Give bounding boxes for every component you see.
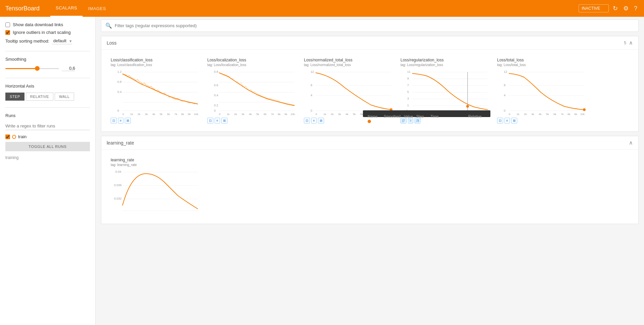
- ignore-outliers-checkbox[interactable]: [5, 30, 10, 35]
- svg-text:3: 3: [407, 97, 409, 100]
- expand-btn[interactable]: ⊡: [497, 118, 503, 123]
- data-btn[interactable]: ≡: [215, 118, 220, 123]
- nav-images[interactable]: IMAGES: [83, 0, 111, 17]
- tooltip-sorting-label: Tooltip sorting method:: [5, 39, 49, 44]
- svg-text:2k: 2k: [524, 113, 527, 116]
- runs-label: Runs: [5, 113, 90, 118]
- download-btn[interactable]: ⊞: [318, 118, 324, 123]
- expand-btn[interactable]: ⊡: [111, 118, 117, 123]
- data-btn[interactable]: ≡: [311, 118, 317, 123]
- chart-regularization-loss-title: Loss/regularization_loss: [400, 58, 486, 62]
- show-data-checkbox[interactable]: [5, 22, 10, 27]
- data-btn[interactable]: ≡: [504, 118, 510, 123]
- learning-rate-section-title: learning_rate: [107, 140, 134, 146]
- toggle-all-runs-button[interactable]: TOGGLE ALL RUNS: [5, 142, 90, 151]
- tooltip-value: 6.857: [404, 119, 416, 124]
- download-btn[interactable]: ⊞: [125, 118, 131, 123]
- download-btn[interactable]: ⊞: [511, 118, 517, 123]
- learning-rate-section-header: learning_rate ∧: [101, 136, 638, 150]
- svg-text:0.4: 0.4: [214, 94, 218, 97]
- svg-text:1k: 1k: [517, 113, 520, 116]
- svg-text:0: 0: [214, 109, 216, 112]
- svg-text:10k: 10k: [290, 113, 295, 116]
- svg-text:4k: 4k: [345, 113, 348, 116]
- svg-text:8k: 8k: [278, 113, 281, 116]
- show-data-label: Show data download links: [13, 22, 63, 27]
- svg-text:5k: 5k: [160, 113, 163, 116]
- svg-text:0: 0: [219, 113, 221, 116]
- svg-point-76: [466, 105, 469, 108]
- axis-relative-btn[interactable]: RELATIVE: [26, 93, 53, 101]
- help-button[interactable]: ?: [633, 4, 639, 13]
- expand-btn[interactable]: ⊡: [207, 118, 213, 123]
- svg-text:4k: 4k: [249, 113, 252, 116]
- svg-text:12: 12: [311, 70, 314, 73]
- refresh-button[interactable]: ↻: [611, 3, 619, 13]
- tooltip-header-smoothed: Smoothed: [384, 114, 404, 119]
- svg-text:4: 4: [311, 94, 312, 97]
- chart-classification-loss-actions: ⊡ ≡ ⊞: [111, 118, 197, 123]
- sidebar-options: Show data download links Ignore outliers…: [5, 22, 90, 44]
- svg-text:0.8: 0.8: [117, 80, 122, 84]
- svg-text:7k: 7k: [561, 113, 564, 116]
- tooltip-sorting-row: Tooltip sorting method: default ▾: [5, 38, 90, 44]
- learning-rate-charts-grid: learning_rate tag: learning_rate 0.04 0.…: [101, 150, 638, 224]
- svg-text:2k: 2k: [331, 113, 334, 116]
- svg-text:7k: 7k: [271, 113, 274, 116]
- tooltip-header-value: Value: [404, 114, 416, 119]
- tooltip-name-cell: train: [368, 119, 384, 124]
- chart-classification-loss-title: Loss/classification_loss: [111, 58, 197, 62]
- smoothing-slider[interactable]: [5, 68, 59, 69]
- svg-point-96: [583, 108, 586, 111]
- svg-text:4: 4: [504, 94, 505, 97]
- chart-classification-loss-canvas: 1.2 0.8 0.4 0: [111, 69, 198, 116]
- main-nav: SCALARS IMAGES: [50, 0, 111, 17]
- header-right: INACTIVE ↻ ⚙ ?: [579, 3, 639, 13]
- loss-section: Loss 5 ∧ Loss/classification_loss tag: L…: [101, 36, 639, 132]
- svg-text:6k: 6k: [167, 113, 170, 116]
- svg-text:9: 9: [407, 77, 409, 80]
- axis-step-btn[interactable]: STEP: [5, 93, 24, 101]
- svg-text:3k: 3k: [531, 113, 534, 116]
- svg-text:1k: 1k: [130, 113, 133, 116]
- svg-text:4k: 4k: [539, 113, 542, 116]
- loss-section-header: Loss 5 ∧: [101, 36, 638, 50]
- chart-total-loss: Loss/total_loss tag: Loss/total_loss 12 …: [493, 55, 587, 126]
- svg-text:2k: 2k: [138, 113, 141, 116]
- chart-regularization-loss: Loss/regularization_loss tag: Loss/regul…: [396, 55, 490, 126]
- run-train-checkbox[interactable]: [5, 134, 10, 139]
- show-data-links-row: Show data download links: [5, 22, 90, 27]
- download-btn[interactable]: ⊞: [221, 118, 227, 123]
- svg-text:10k: 10k: [194, 113, 199, 116]
- chart-total-loss-svg: 12 8 4 0 0 1k 2k: [497, 69, 584, 116]
- axis-wall-btn[interactable]: WALL: [55, 93, 74, 101]
- axis-buttons: STEP RELATIVE WALL: [5, 93, 90, 101]
- settings-button[interactable]: ⚙: [622, 3, 630, 13]
- svg-text:0.036: 0.036: [114, 183, 122, 187]
- status-select[interactable]: INACTIVE: [579, 4, 609, 12]
- svg-text:1.2: 1.2: [117, 70, 122, 73]
- runs-filter-input[interactable]: [5, 122, 90, 130]
- tooltip-data-row: train 6.87 6.857 2.239k Sun Jul 12, 15:3…: [368, 119, 486, 124]
- svg-text:8k: 8k: [181, 113, 184, 116]
- loss-collapse-btn[interactable]: ∧: [629, 40, 633, 46]
- nav-scalars[interactable]: SCALARS: [50, 0, 83, 17]
- filter-input[interactable]: [115, 23, 634, 28]
- smoothing-row: 0,6: [5, 66, 90, 71]
- learning-rate-collapse-btn[interactable]: ∧: [629, 140, 633, 146]
- svg-text:9k: 9k: [574, 113, 577, 116]
- tooltip-time: Sun Jul 12, 15:38:30: [430, 119, 468, 124]
- svg-text:8k: 8k: [568, 113, 571, 116]
- tooltip-sorting-select[interactable]: default: [52, 38, 72, 44]
- chart-classification-loss-tag: tag: Loss/classification_loss: [111, 63, 197, 67]
- tooltip-table: Name Smoothed Value Step Time Relative: [368, 114, 486, 124]
- filter-bar: 🔍: [101, 19, 639, 32]
- app-body: Show data download links Ignore outliers…: [0, 0, 644, 325]
- svg-text:4k: 4k: [152, 113, 155, 116]
- loss-charts-grid: Loss/classification_loss tag: Loss/class…: [101, 50, 638, 131]
- chart-classification-loss-svg: 1.2 0.8 0.4 0: [111, 69, 198, 116]
- expand-btn[interactable]: ⊡: [304, 118, 310, 123]
- smoothing-input[interactable]: 0,6: [62, 66, 75, 71]
- svg-text:0: 0: [117, 109, 119, 112]
- data-btn[interactable]: ≡: [118, 118, 123, 123]
